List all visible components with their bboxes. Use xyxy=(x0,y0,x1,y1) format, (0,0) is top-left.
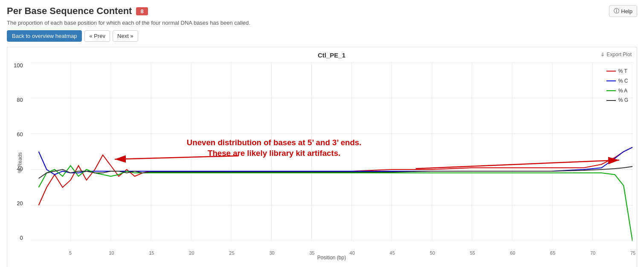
export-plot-link[interactable]: ⇓ Export Plot xyxy=(600,52,632,57)
legend-item-t: % T xyxy=(606,66,628,76)
chart-area: 100 80 60 40 20 0 xyxy=(31,62,632,241)
next-button[interactable]: Next » xyxy=(113,30,138,42)
x-axis-label: Position (bp) xyxy=(31,255,632,261)
chart-svg: Uneven distribution of bases at 5’ and 3… xyxy=(31,62,632,241)
g-legend-line xyxy=(606,100,616,101)
a-line xyxy=(39,166,632,241)
t-legend-line xyxy=(606,71,616,72)
page-title: Per Base Sequence Content xyxy=(7,6,132,17)
legend-item-a: % A xyxy=(606,86,628,96)
page-subtitle: The proportion of each base position for… xyxy=(7,20,637,26)
page-header: Per Base Sequence Content 8 ⓘ Help The p… xyxy=(7,5,637,26)
prev-button[interactable]: « Prev xyxy=(84,30,110,42)
chart-title: Ctl_PE_1 xyxy=(31,52,632,59)
a-legend-line xyxy=(606,90,616,91)
help-button[interactable]: ⓘ Help xyxy=(609,5,637,17)
annotation-line1: Uneven distribution of bases at 5’ and 3… xyxy=(187,138,362,147)
legend-item-c: % C xyxy=(606,76,628,86)
chart-container: Ctl_PE_1 ⇓ Export Plot % Reads 100 80 60… xyxy=(7,47,637,267)
legend-item-g: % G xyxy=(606,95,628,105)
download-icon: ⇓ xyxy=(600,52,605,57)
status-badge: 8 xyxy=(136,7,148,15)
annotation-line2: These are likely library kit artifacts. xyxy=(208,149,340,158)
help-icon: ⓘ xyxy=(614,7,619,15)
legend: % T % C % A % G xyxy=(606,66,628,105)
toolbar: Back to overview heatmap « Prev Next » xyxy=(7,30,637,42)
c-legend-line xyxy=(606,80,616,81)
y-axis: 100 80 60 40 20 0 xyxy=(14,62,23,241)
back-to-heatmap-button[interactable]: Back to overview heatmap xyxy=(7,30,82,42)
